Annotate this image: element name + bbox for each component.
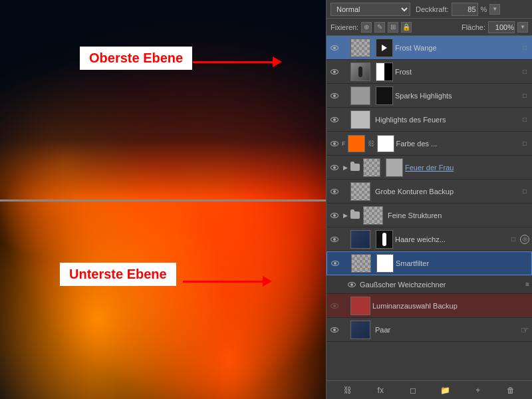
- fill-label: Fläche:: [462, 23, 485, 31]
- layer-name: Highlights des Feuers: [375, 116, 518, 124]
- layer-name: Luminanzauswahl Backup: [372, 302, 529, 310]
- eye-toggle[interactable]: [329, 162, 340, 173]
- eye-toggle[interactable]: [346, 279, 357, 290]
- canvas-area: Oberste Ebene Unterste Ebene: [0, 0, 326, 399]
- bottom-label: Unterste Ebene: [60, 263, 176, 286]
- layer-thumbnail: [350, 230, 370, 249]
- eye-toggle[interactable]: [329, 66, 340, 77]
- opacity-label: Deckkraft:: [416, 5, 449, 13]
- layer-item[interactable]: Grobe Konturen Backup □: [327, 180, 532, 203]
- eye-toggle[interactable]: [329, 114, 340, 125]
- extra-icon: ◎: [520, 235, 529, 244]
- eye-toggle[interactable]: [329, 210, 340, 221]
- layer-page-icon: □: [520, 91, 529, 100]
- fix-icon-draw[interactable]: ✎: [374, 22, 385, 33]
- eye-toggle[interactable]: [329, 186, 340, 197]
- arrow-line-top: [193, 61, 273, 63]
- layer-name: Paar: [375, 326, 519, 334]
- expand-toggle[interactable]: ▶: [342, 212, 348, 219]
- fx-icon[interactable]: fx: [374, 384, 386, 396]
- layer-name: Frost Wange: [395, 44, 518, 52]
- expand-toggle: [342, 236, 348, 243]
- layer-item[interactable]: ▶ Feine Strukturen: [327, 203, 532, 227]
- folder-icon: [350, 211, 360, 219]
- fix-icon-lock[interactable]: 🔒: [401, 22, 412, 33]
- layer-thumbnail: [350, 182, 370, 201]
- layer-item[interactable]: Smartfilter: [327, 251, 532, 275]
- expand-toggle: [342, 327, 348, 333]
- layer-item[interactable]: Highlights des Feuers □: [327, 108, 532, 132]
- layer-thumbnail: [363, 206, 383, 225]
- layers-bottom-toolbar: ⛓ fx ◻ 📁 + 🗑: [327, 380, 532, 399]
- layer-mask-thumbnail: [376, 39, 393, 57]
- layer-mask-thumbnail: [376, 230, 393, 249]
- layer-thumbnail: [351, 254, 371, 273]
- layer-mask-thumbnail: [386, 158, 403, 177]
- layer-item[interactable]: Haare weichz... □ ◎: [327, 227, 532, 251]
- layer-item[interactable]: Frost Wange □: [327, 36, 532, 60]
- link-icon[interactable]: ⛓: [342, 384, 354, 396]
- folder-icon: [350, 164, 360, 171]
- expand-toggle[interactable]: ▶: [342, 164, 348, 171]
- layer-thumbnail: [348, 135, 365, 152]
- fix-label: Fixieren:: [331, 23, 358, 31]
- layers-list[interactable]: Frost Wange □: [327, 36, 532, 380]
- eye-toggle: [329, 301, 340, 311]
- layer-thumbnail: [350, 39, 370, 57]
- annotation-bottom: Unterste Ebene: [60, 263, 176, 286]
- eye-toggle[interactable]: [329, 325, 340, 335]
- eye-toggle[interactable]: [329, 138, 340, 149]
- layer-item[interactable]: F ⛓ Farbe des ... □: [327, 132, 532, 156]
- layer-mask-thumbnail: [376, 63, 393, 81]
- layer-name: Frost: [395, 68, 518, 76]
- cursor-icon: ☞: [521, 325, 529, 335]
- top-label: Oberste Ebene: [80, 47, 192, 70]
- fix-icon-transform[interactable]: ⊞: [388, 22, 398, 33]
- layer-page-icon: □: [520, 67, 529, 76]
- eye-toggle[interactable]: [329, 234, 340, 245]
- sublayer-item[interactable]: Gaußscher Weichzeichner ≡: [327, 275, 532, 294]
- layer-thumbnail: [350, 297, 370, 315]
- layer-thumbnail: [350, 63, 370, 81]
- layer-name: Gaußscher Weichzeichner: [360, 281, 523, 289]
- opacity-arrow[interactable]: ▼: [489, 4, 500, 15]
- layer-page-icon: □: [520, 139, 529, 148]
- eye-toggle[interactable]: [329, 90, 340, 101]
- expand-toggle: [342, 45, 348, 51]
- opacity-input[interactable]: [452, 3, 478, 16]
- expand-toggle: [342, 260, 349, 267]
- delete-icon[interactable]: 🗑: [505, 384, 517, 396]
- layer-name: Feine Strukturen: [388, 211, 529, 219]
- layer-item[interactable]: Sparks Highlights □: [327, 84, 532, 108]
- layer-item[interactable]: Frost □: [327, 60, 532, 84]
- blend-mode-select[interactable]: Normal: [331, 3, 410, 16]
- divider-line: [0, 200, 326, 201]
- new-layer-icon[interactable]: +: [472, 384, 484, 396]
- expand-toggle: [342, 92, 348, 99]
- fix-toolbar: Fixieren: ⊕ ✎ ⊞ 🔒 Fläche: ▼: [327, 19, 532, 36]
- fix-icon-move[interactable]: ⊕: [361, 22, 372, 33]
- layer-item[interactable]: Paar ☞: [327, 318, 532, 342]
- expand-toggle: [342, 68, 348, 75]
- annotation-top: Oberste Ebene: [80, 47, 192, 70]
- mask-icon[interactable]: ◻: [407, 384, 419, 396]
- layers-panel: Normal Deckkraft: % ▼ Fixieren: ⊕ ✎ ⊞ 🔒 …: [326, 0, 532, 399]
- arrow-top: [193, 57, 282, 67]
- layer-item[interactable]: Luminanzauswahl Backup: [327, 294, 532, 318]
- eye-toggle[interactable]: [330, 258, 340, 269]
- expand-toggle: [342, 303, 348, 309]
- arrow-line-bottom: [183, 281, 263, 283]
- opacity-percent: %: [481, 5, 487, 13]
- layer-name: Sparks Highlights: [395, 92, 518, 100]
- layer-name: Feuer der Frau: [405, 164, 529, 172]
- group-icon[interactable]: 📁: [440, 384, 452, 396]
- layer-page-icon: □: [520, 43, 529, 53]
- layer-mask-thumbnail: [376, 86, 393, 105]
- expand-toggle: [342, 116, 348, 123]
- fill-input[interactable]: [488, 21, 515, 33]
- layer-name: Grobe Konturen Backup: [375, 188, 518, 196]
- eye-toggle[interactable]: [329, 43, 340, 53]
- layer-item[interactable]: ▶ Feuer der Frau: [327, 156, 532, 180]
- layer-thumbnail: [363, 158, 380, 177]
- fill-arrow[interactable]: ▼: [517, 22, 528, 33]
